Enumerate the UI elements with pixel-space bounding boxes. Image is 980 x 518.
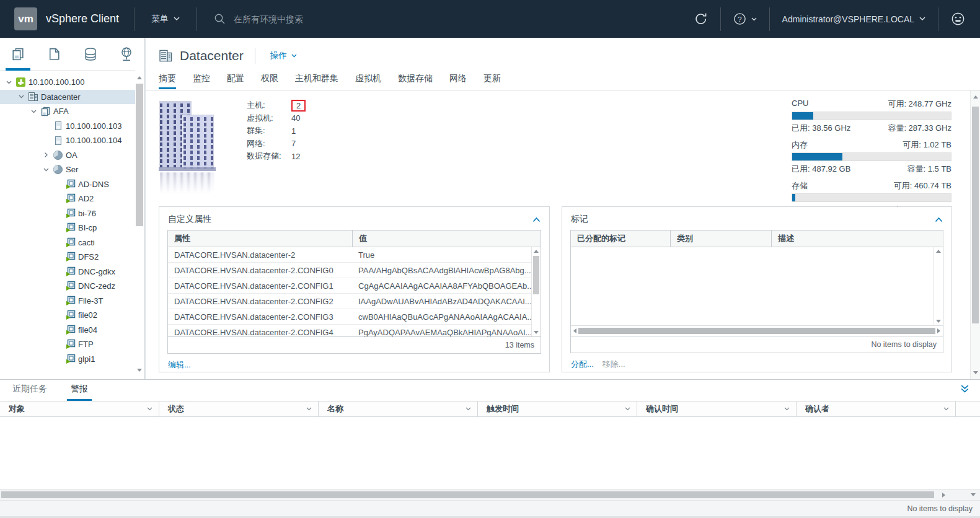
column-acknowledged-time[interactable]: 确认时间	[637, 402, 797, 416]
vmware-logo[interactable]: vm	[14, 7, 37, 30]
table-row[interactable]: DATACORE.HVSAN.datacenter-2.CONFIG0PAA/A…	[168, 263, 541, 278]
column-name[interactable]: 名称	[319, 402, 478, 416]
column-category[interactable]: 类别	[671, 233, 699, 244]
tree-item-host-103[interactable]: 10.100.100.103	[0, 119, 135, 134]
table-row[interactable]: DATACORE.HVSAN.datacenter-2True	[168, 247, 541, 263]
tab-vms[interactable]: 虚拟机	[355, 73, 381, 90]
tree-item-host-104[interactable]: 10.100.100.104	[0, 133, 135, 148]
nav-storage[interactable]	[73, 38, 108, 70]
search-input[interactable]	[232, 14, 377, 25]
column-attribute[interactable]: 属性	[168, 233, 352, 244]
column-triggered-time[interactable]: 触发时间	[478, 402, 637, 416]
table-row[interactable]: DATACORE.HVSAN.datacenter-2.CONFIG4PgAyA…	[168, 325, 541, 336]
nav-hosts-and-clusters[interactable]	[0, 38, 36, 70]
tree-item-vm[interactable]: DNC-gdkx	[0, 265, 135, 279]
tree-item-vcenter[interactable]: 10.100.100.100	[0, 75, 135, 90]
user-menu-button[interactable]: Administrator@VSPHERE.LOCAL	[770, 14, 938, 24]
scrollbar-thumb[interactable]	[533, 256, 539, 294]
collapse-chevron-icon[interactable]	[532, 217, 541, 222]
filter-chevron-icon	[943, 407, 949, 411]
tree-item-vm[interactable]: AD-DNS	[0, 177, 135, 192]
scroll-right-arrow[interactable]	[937, 328, 940, 333]
collapse-panel-button[interactable]	[960, 385, 969, 393]
tree-item-datacenter[interactable]: Datacenter	[0, 90, 135, 105]
tree-item-vm[interactable]: file02	[0, 308, 135, 323]
scrollbar-thumb[interactable]	[136, 84, 143, 226]
collapse-chevron-icon[interactable]	[935, 217, 943, 222]
tree-scrollbar[interactable]	[135, 70, 144, 379]
grid-scrollbar[interactable]	[934, 247, 943, 325]
remove-link[interactable]: 移除...	[603, 359, 625, 370]
column-description[interactable]: 描述	[772, 233, 800, 244]
tree-item-vm[interactable]: file04	[0, 323, 135, 338]
tree-item-label: AD2	[78, 194, 94, 203]
tree-item-oa[interactable]: OA	[0, 148, 135, 163]
tab-hosts-clusters[interactable]: 主机和群集	[295, 73, 338, 90]
scrollbar-thumb[interactable]	[1, 491, 934, 498]
scroll-down-arrow[interactable]	[971, 371, 980, 374]
scroll-up-arrow[interactable]	[971, 95, 980, 99]
tab-alarms[interactable]: 警报	[67, 384, 92, 401]
tree-item-vm[interactable]: DFS2	[0, 250, 135, 265]
tab-recent-tasks[interactable]: 近期任务	[9, 384, 51, 401]
tab-updates[interactable]: 更新	[483, 73, 501, 90]
tab-datastores[interactable]: 数据存储	[398, 73, 433, 90]
scroll-down-arrow[interactable]	[934, 320, 943, 323]
edit-link[interactable]: 编辑...	[168, 359, 191, 371]
tab-networks[interactable]: 网络	[449, 73, 467, 90]
expand-chevron-icon[interactable]	[16, 95, 27, 99]
scroll-up-arrow[interactable]	[532, 250, 541, 253]
grid-scrollbar[interactable]	[531, 247, 541, 336]
bottom-h-scrollbar[interactable]	[0, 489, 980, 500]
column-value[interactable]: 值	[353, 233, 373, 244]
column-object[interactable]: 对象	[0, 402, 159, 416]
alarms-empty-body	[0, 417, 980, 489]
meter-free: 可用: 460.74 TB	[894, 180, 951, 191]
feedback-button[interactable]	[938, 12, 970, 26]
scroll-up-arrow[interactable]	[135, 76, 144, 79]
tab-monitor[interactable]: 监控	[193, 73, 210, 90]
tree-item-vm[interactable]: glpi1	[0, 352, 135, 367]
tree-item-vm[interactable]: AD2	[0, 191, 135, 206]
table-row[interactable]: DATACORE.HVSAN.datacenter-2.CONFIG3cwB0A…	[168, 309, 541, 325]
nav-vms-and-templates[interactable]	[36, 38, 72, 70]
tree-item-vm[interactable]: cacti	[0, 235, 135, 250]
expand-chevron-icon[interactable]	[41, 153, 51, 157]
tree-item-vm[interactable]: DNC-zedz	[0, 279, 135, 294]
tab-summary[interactable]: 摘要	[159, 73, 176, 90]
scrollbar-thumb[interactable]	[972, 107, 979, 323]
column-acknowledged-by[interactable]: 确认者	[797, 402, 956, 416]
tree-item-vm[interactable]: FTP	[0, 337, 135, 352]
expand-chevron-icon[interactable]	[41, 168, 51, 172]
scroll-right-arrow[interactable]	[942, 493, 945, 498]
grid-h-scrollbar[interactable]	[571, 325, 943, 336]
assign-link[interactable]: 分配...	[571, 359, 594, 370]
global-search[interactable]	[214, 13, 377, 25]
refresh-button[interactable]	[682, 12, 720, 25]
scroll-up-arrow[interactable]	[934, 250, 943, 253]
tree-item-vm[interactable]: File-3T	[0, 294, 135, 309]
scroll-down-arrow[interactable]	[532, 331, 541, 334]
actions-menu-button[interactable]: 操作	[267, 50, 301, 62]
tab-configure[interactable]: 配置	[227, 73, 244, 90]
scrollbar-thumb[interactable]	[578, 328, 935, 334]
expand-chevron-icon[interactable]	[4, 81, 14, 84]
table-row[interactable]: DATACORE.HVSAN.datacenter-2.CONFIG2IAAgA…	[168, 294, 541, 309]
tree-item-afa[interactable]: AFA	[0, 104, 135, 119]
column-status[interactable]: 状态	[159, 402, 319, 416]
menu-button[interactable]: 菜单	[135, 14, 196, 25]
scroll-down-arrow[interactable]	[971, 493, 976, 496]
tree-item-ser[interactable]: Ser	[0, 162, 135, 177]
nav-networking[interactable]	[108, 38, 144, 70]
bottom-tabs: 近期任务 警报	[0, 380, 980, 402]
tab-permissions[interactable]: 权限	[261, 73, 278, 90]
expand-chevron-icon[interactable]	[29, 110, 39, 113]
tree-item-vm[interactable]: BI-cp	[0, 221, 135, 235]
column-assigned-tag[interactable]: 已分配的标记	[571, 233, 670, 244]
tree-item-vm[interactable]: bi-76	[0, 206, 135, 221]
scroll-left-arrow[interactable]	[573, 328, 576, 333]
help-menu-button[interactable]: ?	[721, 12, 769, 25]
main-scrollbar[interactable]	[970, 90, 980, 379]
scroll-down-arrow[interactable]	[135, 369, 144, 372]
table-row[interactable]: DATACORE.HVSAN.datacenter-2.CONFIG1CgAgA…	[168, 278, 541, 294]
